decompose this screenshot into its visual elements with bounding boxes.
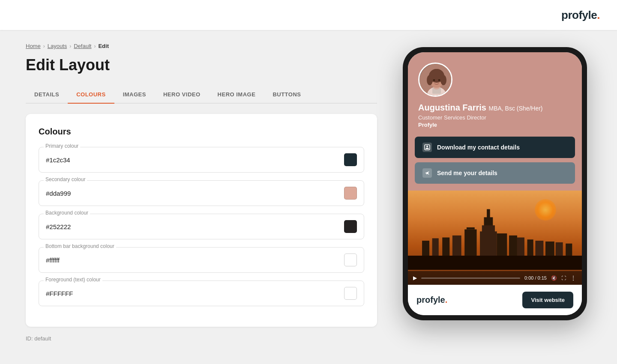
- svg-rect-23: [442, 237, 449, 257]
- profile-title: Customer Services Director: [418, 114, 572, 121]
- svg-point-12: [426, 146, 428, 147]
- primary-colour-value[interactable]: #1c2c34: [46, 156, 344, 164]
- background-colour-inner: #252222: [39, 214, 364, 239]
- bottom-bar-colour-inner: #ffffff: [39, 247, 364, 273]
- id-label: ID: default: [26, 335, 377, 342]
- fullscreen-icon[interactable]: ⛶: [561, 275, 566, 280]
- secondary-colour-label: Secondary colour: [44, 176, 87, 182]
- tab-colours[interactable]: COLOURS: [68, 86, 114, 104]
- foreground-colour-value[interactable]: #FFFFFF: [46, 290, 344, 297]
- background-colour-label: Background colour: [44, 210, 90, 216]
- breadcrumb-home[interactable]: Home: [26, 43, 41, 49]
- svg-point-10: [438, 79, 440, 81]
- foreground-colour-swatch[interactable]: [344, 287, 357, 300]
- avatar: [418, 63, 452, 97]
- left-panel: Home › Layouts › Default › Edit Edit Lay…: [26, 43, 377, 342]
- progress-bar[interactable]: [421, 277, 520, 279]
- footer: Powered by profyle for business: [0, 359, 617, 364]
- breadcrumb-layouts[interactable]: Layouts: [48, 43, 67, 49]
- phone-preview-panel: Augustina Farris MBA, Bsc (She/Her) Cust…: [403, 43, 587, 342]
- profile-name: Augustina Farris MBA, Bsc (She/Her): [418, 103, 572, 113]
- svg-point-8: [431, 69, 443, 78]
- breadcrumb-sep1: ›: [43, 43, 45, 49]
- svg-rect-21: [517, 237, 524, 257]
- send-icon-svg: [424, 170, 430, 176]
- download-contact-btn[interactable]: Download my contact details: [415, 137, 575, 158]
- foreground-colour-inner: #FFFFFF: [39, 280, 364, 306]
- phone-mockup: Augustina Farris MBA, Bsc (She/Her) Cust…: [403, 47, 587, 320]
- visit-website-button[interactable]: Visit website: [522, 292, 573, 308]
- breadcrumb-current: Edit: [98, 43, 109, 49]
- page-title: Edit Layout: [26, 56, 377, 74]
- action-buttons: Download my contact details Send me your…: [408, 137, 582, 191]
- contact-icon-svg: [424, 144, 430, 150]
- secondary-colour-value[interactable]: #dda999: [46, 190, 344, 197]
- primary-colour-inner: #1c2c34: [39, 147, 364, 173]
- breadcrumb-sep2: ›: [69, 43, 71, 49]
- svg-rect-20: [509, 236, 517, 258]
- tab-details[interactable]: DETAILS: [26, 86, 68, 104]
- svg-rect-26: [432, 238, 439, 257]
- cityscape-svg: [408, 205, 582, 270]
- bottom-bar: profyle. Visit website: [408, 285, 582, 315]
- colours-card-title: Colours: [39, 127, 364, 137]
- background-colour-swatch[interactable]: [344, 220, 357, 233]
- mute-icon[interactable]: 🔇: [551, 275, 557, 281]
- download-btn-label: Download my contact details: [437, 144, 520, 151]
- svg-point-7: [440, 75, 446, 85]
- bottom-bar-colour-label: Bottom bar background colour: [44, 243, 116, 249]
- primary-colour-swatch[interactable]: [344, 153, 357, 166]
- svg-rect-30: [566, 244, 572, 258]
- logo-dot: .: [597, 9, 600, 21]
- primary-colour-field: Primary colour #1c2c34: [39, 147, 364, 173]
- tab-hero-image[interactable]: HERO IMAGE: [209, 86, 264, 104]
- main-content: Home › Layouts › Default › Edit Edit Lay…: [0, 30, 617, 359]
- tabs-bar: DETAILS COLOURS IMAGES HERO VIDEO HERO I…: [26, 86, 377, 104]
- profile-name-text: Augustina Farris: [418, 103, 486, 112]
- secondary-colour-field: Secondary colour #dda999: [39, 180, 364, 206]
- video-controls: ▶ 0:00 / 0:15 🔇 ⛶ ⋮: [408, 271, 582, 285]
- bottom-bar-colour-swatch[interactable]: [344, 254, 357, 266]
- breadcrumb-sep3: ›: [94, 43, 96, 49]
- profile-credentials: MBA, Bsc (She/Her): [488, 105, 542, 112]
- tab-buttons[interactable]: BUTTONS: [264, 86, 309, 104]
- svg-rect-25: [535, 241, 543, 258]
- secondary-colour-swatch[interactable]: [344, 187, 357, 200]
- more-icon[interactable]: ⋮: [570, 274, 577, 281]
- play-icon[interactable]: ▶: [413, 275, 417, 281]
- svg-point-9: [433, 79, 435, 81]
- avatar-svg: [419, 64, 452, 97]
- sun-glow: [535, 199, 556, 221]
- phone-screen: Augustina Farris MBA, Bsc (She/Her) Cust…: [408, 52, 582, 315]
- bottom-bar-colour-value[interactable]: #ffffff: [46, 257, 344, 264]
- profile-company: Profyle: [418, 122, 572, 128]
- svg-rect-19: [497, 233, 507, 258]
- background-colour-value[interactable]: #252222: [46, 223, 344, 230]
- video-time: 0:00 / 0:15: [524, 275, 547, 280]
- video-section: ▶ 0:00 / 0:15 🔇 ⛶ ⋮: [408, 191, 582, 285]
- tab-images[interactable]: IMAGES: [114, 86, 155, 104]
- secondary-colour-inner: #dda999: [39, 180, 364, 206]
- svg-rect-28: [545, 242, 554, 258]
- primary-colour-label: Primary colour: [44, 143, 80, 149]
- svg-rect-16: [480, 231, 497, 257]
- logo: profyle.: [561, 9, 600, 22]
- colours-card: Colours Primary colour #1c2c34 Secondary…: [26, 114, 377, 327]
- logo-text: profyle: [561, 9, 597, 21]
- foreground-colour-field: Foreground (text) colour #FFFFFF: [39, 280, 364, 306]
- send-details-btn[interactable]: Send me your details: [415, 162, 575, 184]
- svg-rect-22: [452, 236, 461, 258]
- breadcrumb: Home › Layouts › Default › Edit: [26, 43, 377, 49]
- foreground-colour-label: Foreground (text) colour: [44, 277, 102, 283]
- svg-rect-24: [527, 239, 533, 257]
- tab-hero-video[interactable]: HERO VIDEO: [155, 86, 209, 104]
- bottom-logo-dot: .: [445, 295, 448, 304]
- breadcrumb-default[interactable]: Default: [74, 43, 91, 49]
- svg-rect-29: [556, 242, 563, 258]
- background-colour-field: Background colour #252222: [39, 214, 364, 239]
- top-bar: profyle.: [0, 0, 617, 30]
- svg-rect-27: [422, 241, 429, 258]
- download-icon: [422, 143, 432, 152]
- bottom-bar-colour-field: Bottom bar background colour #ffffff: [39, 247, 364, 273]
- svg-rect-17: [464, 230, 476, 258]
